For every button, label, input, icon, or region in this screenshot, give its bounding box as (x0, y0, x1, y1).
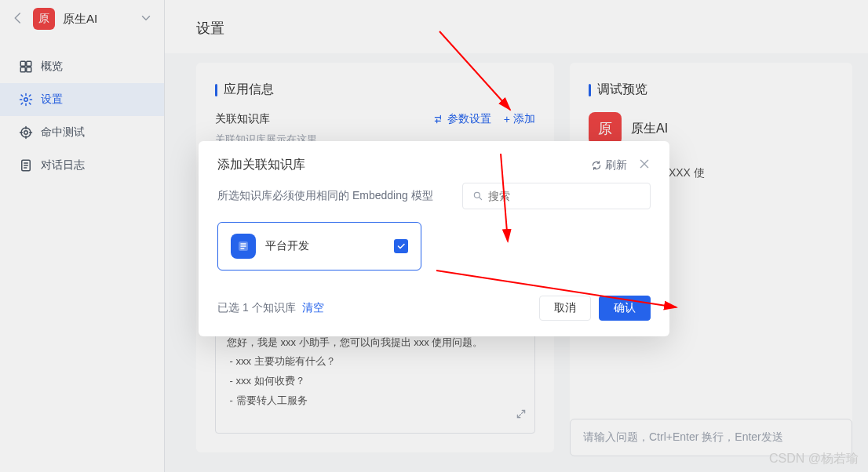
modal-header: 添加关联知识库 刷新 (199, 141, 669, 180)
modal-note: 所选知识库必须使用相同的 Embedding 模型 (217, 189, 450, 203)
search-input-wrapper[interactable] (462, 183, 651, 209)
modal-body: 所选知识库必须使用相同的 Embedding 模型 平台开发 (199, 180, 669, 283)
search-input[interactable] (488, 190, 640, 202)
clear-link[interactable]: 清空 (302, 301, 324, 315)
kb-name: 平台开发 (265, 239, 385, 253)
refresh-button[interactable]: 刷新 (591, 158, 627, 172)
refresh-label: 刷新 (605, 158, 627, 172)
search-icon (472, 191, 483, 202)
kb-item[interactable]: 平台开发 (217, 222, 421, 270)
modal-title: 添加关联知识库 (217, 157, 305, 173)
modal-overlay: 添加关联知识库 刷新 所选知识库必须使用相同的 Embedding 模型 (0, 0, 868, 472)
kb-icon (231, 234, 256, 259)
modal-footer: 已选 1 个知识库 清空 取消 确认 (199, 283, 669, 336)
confirm-button[interactable]: 确认 (599, 296, 651, 321)
kb-checkbox[interactable] (394, 239, 408, 253)
selected-count: 已选 1 个知识库 (217, 301, 296, 315)
watermark: CSDN @杨若瑜 (769, 451, 859, 467)
close-icon[interactable] (638, 158, 651, 172)
svg-point-8 (474, 192, 480, 198)
cancel-button[interactable]: 取消 (539, 296, 591, 321)
add-kb-modal: 添加关联知识库 刷新 所选知识库必须使用相同的 Embedding 模型 (199, 141, 669, 336)
